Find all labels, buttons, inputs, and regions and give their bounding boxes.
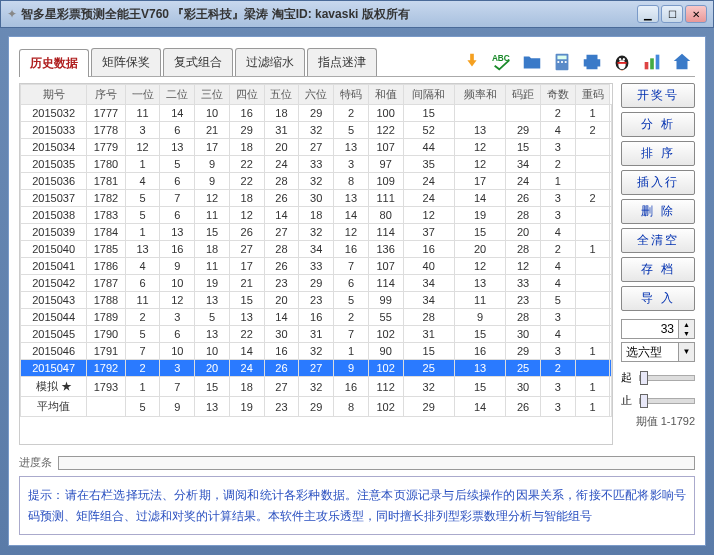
tab-bar: 历史数据 矩阵保奖 复式组合 过滤缩水 指点迷津 ABC: [19, 47, 695, 77]
chevron-down-icon: ▼: [678, 343, 694, 361]
table-row[interactable]: 20150441789235131416255289283: [21, 309, 612, 326]
play-type-combo[interactable]: 选六型 ▼: [621, 342, 695, 362]
column-header[interactable]: 四位: [229, 85, 264, 105]
column-header[interactable]: 间隔和: [403, 85, 454, 105]
progress-label: 进度条: [19, 455, 52, 470]
table-row[interactable]: 2015037178257121826301311124142632: [21, 190, 612, 207]
period-range-label: 期值 1-1792: [621, 414, 695, 429]
side-button-6[interactable]: 存 档: [621, 257, 695, 282]
svg-rect-10: [617, 62, 626, 64]
side-panel: 开奖号分 析排 序插入行删 除全清空存 档导 入 33 ▲▼ 选六型 ▼ 起 止: [621, 83, 695, 445]
table-row[interactable]: 201504017851316182728341613616202821: [21, 241, 612, 258]
svg-rect-2: [557, 55, 566, 59]
table-row[interactable]: 201504617917101014163219015162931: [21, 343, 612, 360]
column-header[interactable]: 期号: [21, 85, 87, 105]
spinner-up[interactable]: ▲: [679, 320, 694, 329]
print-icon[interactable]: [579, 50, 605, 74]
table-row[interactable]: 2015036178146922283281092417241: [21, 173, 612, 190]
progress-bar: [58, 456, 695, 470]
table-row[interactable]: 201504217876101921232961143413334: [21, 275, 612, 292]
column-header[interactable]: 序号: [87, 85, 125, 105]
column-header[interactable]: 二位: [160, 85, 195, 105]
window-title: 智多星彩票预测全能王V760 『彩王科技』梁涛 淘宝ID: kavaski 版权…: [21, 6, 637, 23]
side-button-4[interactable]: 删 除: [621, 199, 695, 224]
qq-penguin-icon[interactable]: [609, 50, 635, 74]
spellcheck-icon[interactable]: ABC: [489, 50, 515, 74]
column-header[interactable]: 奇数: [540, 85, 575, 105]
column-header[interactable]: 五位: [264, 85, 299, 105]
side-button-5[interactable]: 全清空: [621, 228, 695, 253]
minimize-button[interactable]: ▁: [637, 5, 659, 23]
side-button-3[interactable]: 插入行: [621, 170, 695, 195]
table-row[interactable]: 20150341779121317182027131074412153: [21, 139, 612, 156]
table-row[interactable]: 模拟 ★179317151827321611232153031: [21, 377, 612, 397]
side-button-0[interactable]: 开奖号: [621, 83, 695, 108]
table-row[interactable]: 20150411786491117263371074012124: [21, 258, 612, 275]
column-header[interactable]: 特码: [334, 85, 369, 105]
start-slider[interactable]: [639, 375, 695, 381]
tab-filter[interactable]: 过滤缩水: [235, 48, 305, 76]
titlebar: ✦ 智多星彩票预测全能王V760 『彩王科技』梁涛 淘宝ID: kavaski …: [0, 0, 714, 28]
combo-value: 选六型: [626, 344, 662, 361]
svg-point-8: [619, 57, 621, 60]
table-row[interactable]: 201504317881112131520235993411235: [21, 292, 612, 309]
tab-matrix[interactable]: 矩阵保奖: [91, 48, 161, 76]
svg-rect-3: [557, 61, 559, 63]
calculator-icon[interactable]: [549, 50, 575, 74]
table-row[interactable]: 2015039178411315262732121143715204: [21, 224, 612, 241]
svg-point-7: [618, 60, 625, 69]
svg-rect-4: [561, 61, 563, 63]
table-row[interactable]: 20150381783561112141814801219283: [21, 207, 612, 224]
maximize-button[interactable]: ☐: [661, 5, 683, 23]
column-header[interactable]: 码距: [506, 85, 541, 105]
spinner-value: 33: [622, 320, 678, 338]
data-grid[interactable]: 期号序号一位二位三位四位五位六位特码和值间隔和频率和码距奇数重码20150321…: [19, 83, 613, 445]
svg-rect-11: [645, 62, 649, 69]
table-row[interactable]: 201503517801592224333973512342: [21, 156, 612, 173]
close-button[interactable]: ✕: [685, 5, 707, 23]
column-header[interactable]: 六位: [299, 85, 334, 105]
table-row[interactable]: 20150451790561322303171023115304: [21, 326, 612, 343]
tab-guide[interactable]: 指点迷津: [307, 48, 377, 76]
column-header[interactable]: 一位: [125, 85, 160, 105]
table-row[interactable]: 20150471792232024262791022513252: [21, 360, 612, 377]
svg-point-9: [623, 57, 625, 60]
svg-rect-5: [565, 61, 567, 63]
table-row[interactable]: 201503317783621293132512252132942: [21, 122, 612, 139]
svg-rect-13: [656, 54, 660, 69]
column-header[interactable]: 重码: [575, 85, 610, 105]
side-button-7[interactable]: 导 入: [621, 286, 695, 311]
hint-box: 提示：请在右栏选择玩法、分析期，调阅和统计各彩种数据。注意本页源记录与后续操作的…: [19, 476, 695, 535]
end-slider[interactable]: [639, 398, 695, 404]
folder-icon[interactable]: [519, 50, 545, 74]
svg-rect-12: [650, 58, 654, 69]
spinner-down[interactable]: ▼: [679, 329, 694, 338]
download-icon[interactable]: [459, 50, 485, 74]
column-header[interactable]: 三位: [195, 85, 230, 105]
tab-history[interactable]: 历史数据: [19, 49, 89, 77]
slider-start-label: 起: [621, 370, 639, 385]
tab-combo[interactable]: 复式组合: [163, 48, 233, 76]
slider-end-label: 止: [621, 393, 639, 408]
number-spinner[interactable]: 33 ▲▼: [621, 319, 695, 339]
side-button-2[interactable]: 排 序: [621, 141, 695, 166]
column-header[interactable]: 和值: [368, 85, 403, 105]
table-row[interactable]: 平均值 5913192329810229142631: [21, 397, 612, 417]
chart-icon[interactable]: [639, 50, 665, 74]
home-icon[interactable]: [669, 50, 695, 74]
side-button-1[interactable]: 分 析: [621, 112, 695, 137]
table-row[interactable]: 20150321777111410161829210015 21: [21, 105, 612, 122]
title-star-icon: ✦: [7, 7, 17, 21]
column-header[interactable]: 频率和: [454, 85, 505, 105]
